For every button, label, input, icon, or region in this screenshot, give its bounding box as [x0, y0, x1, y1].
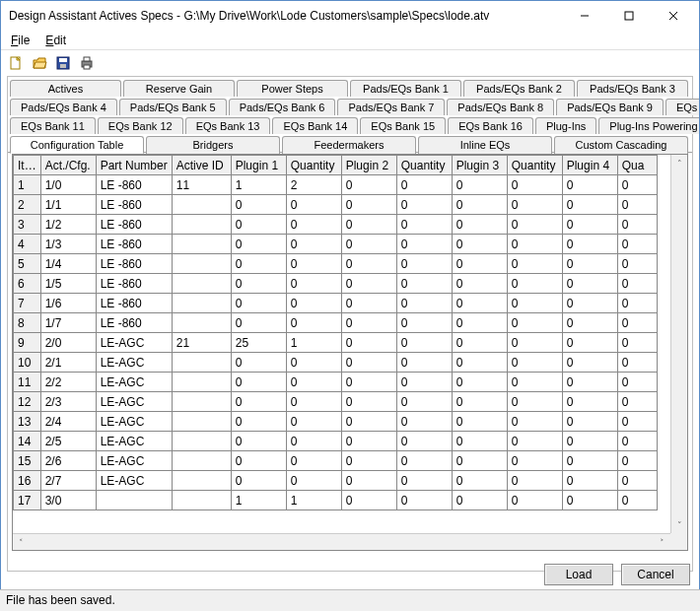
- cell[interactable]: 0: [507, 254, 562, 274]
- maximize-button[interactable]: [606, 2, 651, 30]
- cell[interactable]: 0: [341, 491, 396, 510]
- cell[interactable]: 0: [562, 451, 617, 471]
- cell[interactable]: 0: [231, 294, 286, 313]
- cell[interactable]: [172, 432, 231, 451]
- cell[interactable]: LE -860: [96, 215, 172, 235]
- column-header[interactable]: It…: [14, 156, 41, 175]
- cell[interactable]: 0: [452, 491, 507, 510]
- cell[interactable]: 0: [341, 235, 396, 254]
- tab-feedermakers[interactable]: Feedermakers: [282, 136, 416, 154]
- column-header[interactable]: Plugin 4: [562, 156, 617, 175]
- cell[interactable]: 2/7: [40, 471, 96, 491]
- cell[interactable]: 0: [286, 235, 341, 254]
- tab-pads-eqs-bank-9[interactable]: Pads/EQs Bank 9: [556, 99, 664, 115]
- cell[interactable]: 0: [452, 412, 507, 432]
- column-header[interactable]: Quantity: [396, 156, 452, 175]
- minimize-button[interactable]: [562, 2, 606, 30]
- load-button[interactable]: Load: [544, 564, 613, 585]
- cell[interactable]: 2/5: [40, 432, 96, 451]
- cell[interactable]: 0: [617, 294, 657, 313]
- cell[interactable]: [172, 274, 231, 294]
- cell[interactable]: 0: [562, 432, 617, 451]
- cell[interactable]: 0: [562, 491, 617, 510]
- cell[interactable]: 0: [231, 373, 286, 392]
- cell[interactable]: LE-AGC: [96, 471, 172, 491]
- tab-pads-eqs-bank-8[interactable]: Pads/EQs Bank 8: [447, 99, 554, 115]
- cell[interactable]: 0: [396, 373, 452, 392]
- row-number[interactable]: 12: [14, 392, 41, 412]
- cell[interactable]: 1/6: [40, 294, 96, 313]
- tab-pads-eqs-bank-6[interactable]: Pads/EQs Bank 6: [229, 99, 336, 115]
- cell[interactable]: LE -860: [96, 274, 172, 294]
- cell[interactable]: 0: [617, 491, 657, 510]
- cell[interactable]: 0: [452, 254, 507, 274]
- cell[interactable]: 0: [396, 195, 452, 215]
- table-row[interactable]: 112/2LE-AGC00000000: [14, 373, 658, 392]
- cell[interactable]: LE-AGC: [96, 333, 172, 353]
- cell[interactable]: 0: [396, 451, 452, 471]
- new-icon[interactable]: [7, 54, 25, 72]
- cell[interactable]: 0: [231, 353, 286, 373]
- row-number[interactable]: 5: [14, 254, 41, 274]
- row-number[interactable]: 11: [14, 373, 41, 392]
- cell[interactable]: 0: [562, 373, 617, 392]
- cell[interactable]: [172, 451, 231, 471]
- cell[interactable]: [172, 471, 231, 491]
- row-number[interactable]: 3: [14, 215, 41, 235]
- column-header[interactable]: Qua: [617, 156, 657, 175]
- cell[interactable]: 0: [231, 313, 286, 333]
- cell[interactable]: 0: [396, 294, 452, 313]
- cell[interactable]: 1: [286, 333, 341, 353]
- cell[interactable]: 0: [507, 235, 562, 254]
- cell[interactable]: [172, 195, 231, 215]
- cell[interactable]: 0: [341, 254, 396, 274]
- cell[interactable]: 0: [617, 215, 657, 235]
- table-row[interactable]: 71/6LE -86000000000: [14, 294, 658, 313]
- cell[interactable]: 0: [341, 175, 396, 195]
- cell[interactable]: 0: [452, 215, 507, 235]
- cell[interactable]: 0: [562, 353, 617, 373]
- cell[interactable]: 2: [286, 175, 341, 195]
- cell[interactable]: 0: [452, 175, 507, 195]
- cell[interactable]: 0: [231, 432, 286, 451]
- cell[interactable]: 1/4: [40, 254, 96, 274]
- cell[interactable]: 0: [341, 471, 396, 491]
- table-row[interactable]: 152/6LE-AGC00000000: [14, 451, 658, 471]
- cell[interactable]: 0: [507, 313, 562, 333]
- row-number[interactable]: 10: [14, 353, 41, 373]
- cell[interactable]: 0: [396, 471, 452, 491]
- cell[interactable]: 0: [231, 451, 286, 471]
- cell[interactable]: 0: [452, 471, 507, 491]
- cell[interactable]: 0: [231, 235, 286, 254]
- tab-pads-eqs-bank-2[interactable]: Pads/EQs Bank 2: [463, 80, 575, 97]
- cell[interactable]: 1/1: [40, 195, 96, 215]
- column-header[interactable]: Plugin 2: [341, 156, 396, 175]
- cell[interactable]: 0: [452, 451, 507, 471]
- cell[interactable]: 0: [341, 412, 396, 432]
- cell[interactable]: 0: [562, 412, 617, 432]
- cell[interactable]: LE -860: [96, 313, 172, 333]
- table-row[interactable]: 21/1LE -86000000000: [14, 195, 658, 215]
- cell[interactable]: 0: [617, 333, 657, 353]
- tab-pads-eqs-bank-1[interactable]: Pads/EQs Bank 1: [350, 80, 461, 97]
- menu-file[interactable]: File: [5, 32, 35, 49]
- table-row[interactable]: 61/5LE -86000000000: [14, 274, 658, 294]
- cell[interactable]: 0: [286, 471, 341, 491]
- table-row[interactable]: 173/011000000: [14, 491, 658, 510]
- cell[interactable]: 0: [562, 274, 617, 294]
- cell[interactable]: 0: [231, 471, 286, 491]
- cell[interactable]: 0: [562, 392, 617, 412]
- cell[interactable]: 1/2: [40, 215, 96, 235]
- tab-eqs-bank-14[interactable]: EQs Bank 14: [272, 117, 358, 134]
- tab-pads-eqs-bank-3[interactable]: Pads/EQs Bank 3: [577, 80, 688, 97]
- scroll-down-icon[interactable]: ˅: [671, 516, 688, 533]
- configuration-table[interactable]: It…Act./Cfg.Part NumberActive IDPlugin 1…: [13, 155, 658, 510]
- cell[interactable]: 0: [341, 333, 396, 353]
- tab-eqs-bank-12[interactable]: EQs Bank 12: [98, 117, 183, 134]
- column-header[interactable]: Quantity: [286, 156, 341, 175]
- tab-eqs-bank-10[interactable]: EQs Bank 10: [665, 99, 700, 115]
- row-number[interactable]: 4: [14, 235, 41, 254]
- cell[interactable]: 0: [452, 195, 507, 215]
- cell[interactable]: 0: [507, 274, 562, 294]
- cell[interactable]: LE -860: [96, 235, 172, 254]
